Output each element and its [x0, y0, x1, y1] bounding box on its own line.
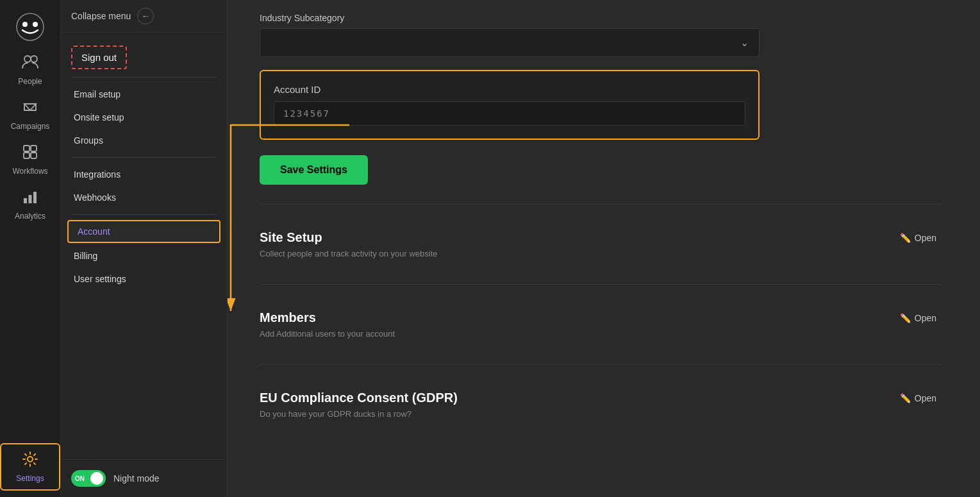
- sidebar-item-integrations[interactable]: Integrations: [61, 163, 227, 186]
- settings-label: Settings: [16, 474, 44, 483]
- gdpr-title: EU Compliance Consent (GDPR): [260, 391, 458, 405]
- sidebar-footer: ON Night mode: [61, 459, 227, 497]
- main-content: Industry Subcategory ⌄ Account ID 123456…: [228, 0, 980, 497]
- sidebar-item-people[interactable]: People: [0, 47, 60, 92]
- settings-icon: [22, 451, 38, 471]
- workflows-label: Workflows: [12, 167, 47, 176]
- svg-point-0: [17, 13, 44, 40]
- collapse-menu-button[interactable]: Collapse menu ←: [61, 0, 227, 33]
- members-title: Members: [260, 310, 395, 325]
- gdpr-action-label: Open: [915, 393, 936, 403]
- edit-icon-gdpr: ✏️: [900, 393, 911, 403]
- section-divider-1: [260, 204, 942, 205]
- sidebar-item-billing[interactable]: Billing: [61, 244, 227, 267]
- svg-point-3: [24, 56, 31, 62]
- site-setup-action-label: Open: [915, 233, 936, 243]
- svg-point-4: [31, 56, 37, 62]
- sidebar-item-onsite-setup[interactable]: Onsite setup: [61, 106, 227, 129]
- site-setup-title: Site Setup: [260, 230, 437, 245]
- industry-subcategory-label: Industry Subcategory: [260, 13, 942, 23]
- divider-2: [71, 157, 217, 158]
- divider-1: [71, 77, 217, 78]
- analytics-icon: [22, 189, 38, 209]
- members-action-label: Open: [915, 313, 936, 323]
- sidebar-item-campaigns[interactable]: Campaigns: [0, 92, 60, 137]
- svg-rect-10: [29, 195, 32, 203]
- sidebar-item-analytics[interactable]: Analytics: [0, 182, 60, 227]
- toggle-knob: [90, 472, 103, 485]
- collapse-menu-label: Collapse menu: [71, 11, 131, 21]
- sidebar: Collapse menu ← Sign out Email setup Ons…: [61, 0, 228, 497]
- sidebar-content: Sign out Email setup Onsite setup Groups…: [61, 33, 227, 459]
- site-setup-section: Site Setup Collect people and track acti…: [260, 217, 942, 271]
- section-divider-2: [260, 284, 942, 285]
- sidebar-item-settings[interactable]: Settings: [0, 443, 60, 491]
- svg-rect-11: [33, 192, 37, 203]
- svg-point-2: [33, 22, 38, 27]
- industry-subcategory-field: Industry Subcategory ⌄: [260, 13, 942, 57]
- svg-point-12: [28, 457, 33, 462]
- sidebar-item-user-settings[interactable]: User settings: [61, 267, 227, 291]
- industry-subcategory-select[interactable]: ⌄: [260, 28, 760, 57]
- gdpr-description: Do you have your GDPR ducks in a row?: [260, 409, 458, 419]
- members-open-button[interactable]: ✏️ Open: [895, 310, 942, 326]
- sidebar-item-webhooks[interactable]: Webhooks: [61, 186, 227, 209]
- icon-nav: People Campaigns Workflows: [0, 0, 61, 497]
- gdpr-section: EU Compliance Consent (GDPR) Do you have…: [260, 378, 942, 432]
- members-section: Members Add Additional users to your acc…: [260, 298, 942, 351]
- site-setup-open-button[interactable]: ✏️ Open: [895, 230, 942, 246]
- svg-rect-6: [31, 146, 37, 151]
- edit-icon: ✏️: [900, 233, 911, 243]
- analytics-label: Analytics: [15, 212, 46, 221]
- svg-rect-5: [24, 146, 29, 151]
- night-mode-label: Night mode: [113, 473, 160, 484]
- account-id-label: Account ID: [274, 84, 745, 95]
- svg-rect-8: [31, 153, 37, 158]
- sidebar-item-workflows[interactable]: Workflows: [0, 137, 60, 182]
- collapse-chevron-icon[interactable]: ←: [137, 8, 154, 24]
- logo: [0, 6, 60, 47]
- people-icon: [21, 54, 39, 74]
- gdpr-info: EU Compliance Consent (GDPR) Do you have…: [260, 391, 458, 419]
- campaigns-icon: [22, 99, 38, 119]
- section-divider-3: [260, 364, 942, 365]
- members-description: Add Additional users to your account: [260, 329, 395, 339]
- sidebar-item-account[interactable]: Account: [67, 220, 220, 243]
- svg-point-1: [22, 22, 28, 27]
- chevron-down-icon: ⌄: [740, 37, 749, 49]
- workflows-icon: [22, 144, 38, 164]
- toggle-on-label: ON: [75, 475, 85, 482]
- svg-rect-9: [24, 198, 27, 203]
- account-id-value: 1234567: [274, 101, 745, 126]
- night-mode-toggle[interactable]: ON: [71, 470, 106, 487]
- site-setup-info: Site Setup Collect people and track acti…: [260, 230, 437, 258]
- divider-3: [71, 214, 217, 215]
- svg-rect-7: [24, 153, 29, 158]
- account-id-section: Account ID 1234567: [260, 70, 760, 140]
- edit-icon-members: ✏️: [900, 313, 911, 323]
- save-settings-button[interactable]: Save Settings: [260, 155, 368, 185]
- members-info: Members Add Additional users to your acc…: [260, 310, 395, 339]
- sidebar-item-email-setup[interactable]: Email setup: [61, 83, 227, 106]
- campaigns-label: Campaigns: [11, 122, 50, 131]
- sidebar-item-groups[interactable]: Groups: [61, 129, 227, 152]
- sign-out-button[interactable]: Sign out: [71, 46, 127, 69]
- people-label: People: [18, 77, 42, 86]
- site-setup-description: Collect people and track activity on you…: [260, 249, 437, 258]
- gdpr-open-button[interactable]: ✏️ Open: [895, 391, 942, 406]
